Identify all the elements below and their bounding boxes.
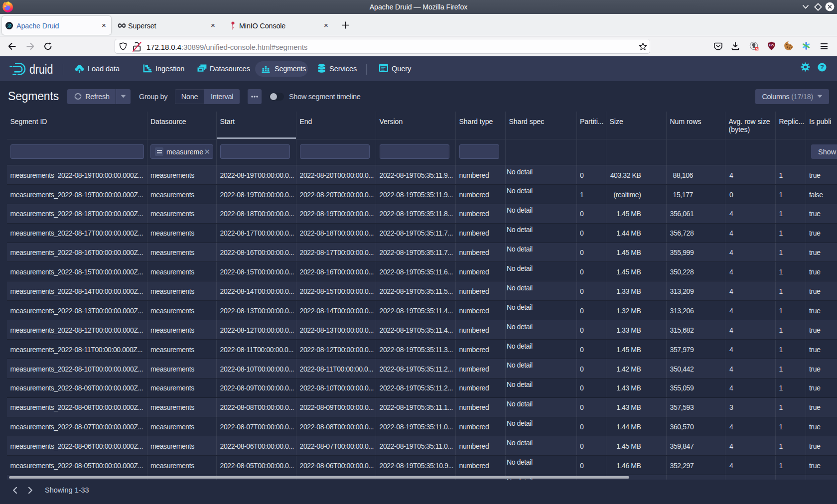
svg-text:UO: UO [769, 44, 774, 47]
svg-text:?: ? [820, 64, 824, 71]
